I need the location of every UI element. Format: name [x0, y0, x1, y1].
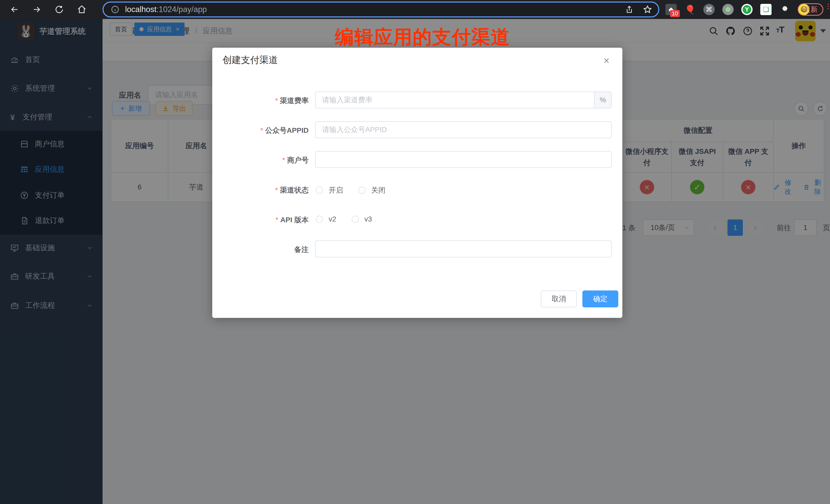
url-host: localhost: [125, 5, 156, 14]
radio-icon: [316, 216, 323, 223]
radio-icon: [358, 187, 365, 194]
remark-input[interactable]: [315, 241, 612, 257]
merchant-label: 商户号: [212, 155, 309, 165]
browser-menu-icon[interactable]: ⋮: [825, 5, 827, 8]
extension-command-icon[interactable]: ⌘: [703, 4, 715, 15]
radio-status-open[interactable]: 开启: [316, 185, 343, 195]
back-icon[interactable]: [10, 5, 20, 14]
annotation-text: 编辑应用的支付渠道: [335, 25, 510, 50]
update-label: 更新: [804, 5, 818, 14]
status-label: 渠道状态: [212, 185, 309, 195]
dialog-title: 创建支付渠道: [223, 54, 278, 66]
extension-dot-icon[interactable]: [722, 4, 734, 15]
address-bar[interactable]: localhost:1024/pay/app: [102, 2, 659, 18]
forward-icon[interactable]: [32, 5, 41, 14]
radio-label: v2: [329, 215, 336, 223]
extension-grid-icon[interactable]: ◆10: [665, 4, 677, 15]
rate-input[interactable]: [316, 92, 594, 108]
radio-status-closed[interactable]: 关闭: [358, 185, 385, 195]
share-icon[interactable]: [625, 5, 634, 14]
confirm-button[interactable]: 确定: [582, 290, 618, 307]
extension-badge: 10: [670, 10, 680, 17]
radio-icon: [316, 187, 323, 194]
merchant-input[interactable]: [315, 151, 612, 168]
browser-update-button[interactable]: 更新: [798, 3, 823, 15]
appid-input[interactable]: [315, 121, 612, 138]
cancel-label: 取消: [552, 294, 566, 304]
radio-label: 开启: [329, 185, 343, 195]
url-path: :1024/pay/app: [156, 5, 207, 14]
home-icon[interactable]: [77, 5, 87, 14]
create-channel-dialog: 创建支付渠道 × 渠道费率 % 公众号APPID 商户号 渠道状态 开启 关闭 …: [212, 48, 622, 318]
confirm-label: 确定: [593, 294, 607, 304]
extensions-row: ◆10 🎈 ⌘ Y ❏ 😃: [665, 0, 809, 19]
browser-toolbar: localhost:1024/pay/app ◆10 🎈 ⌘ Y ❏ 😃 更新 …: [0, 0, 830, 19]
extensions-puzzle-icon[interactable]: [779, 4, 791, 15]
radio-label: v3: [364, 215, 372, 223]
bookmark-star-icon[interactable]: [643, 5, 652, 14]
cancel-button[interactable]: 取消: [541, 290, 577, 307]
site-info-icon[interactable]: [111, 5, 120, 14]
remark-label: 备注: [212, 245, 309, 255]
rate-input-group: %: [315, 92, 612, 108]
rate-label: 渠道费率: [212, 96, 309, 106]
appid-label: 公众号APPID: [212, 126, 309, 135]
api-version-label: API 版本: [212, 215, 309, 225]
radio-label: 关闭: [371, 185, 385, 195]
radio-api-v2[interactable]: v2: [316, 215, 336, 223]
url-text: localhost:1024/pay/app: [125, 5, 207, 14]
api-radio-group: v2 v3: [316, 215, 372, 223]
radio-api-v3[interactable]: v3: [352, 215, 372, 223]
extension-y-icon[interactable]: Y: [741, 4, 753, 15]
percent-suffix: %: [594, 92, 611, 108]
reload-icon[interactable]: [54, 5, 64, 14]
extension-chat-icon[interactable]: ❏: [760, 4, 772, 15]
extension-balloon-icon[interactable]: 🎈: [684, 4, 696, 15]
close-icon[interactable]: ×: [601, 55, 612, 66]
radio-icon: [352, 216, 359, 223]
status-radio-group: 开启 关闭: [316, 185, 385, 195]
